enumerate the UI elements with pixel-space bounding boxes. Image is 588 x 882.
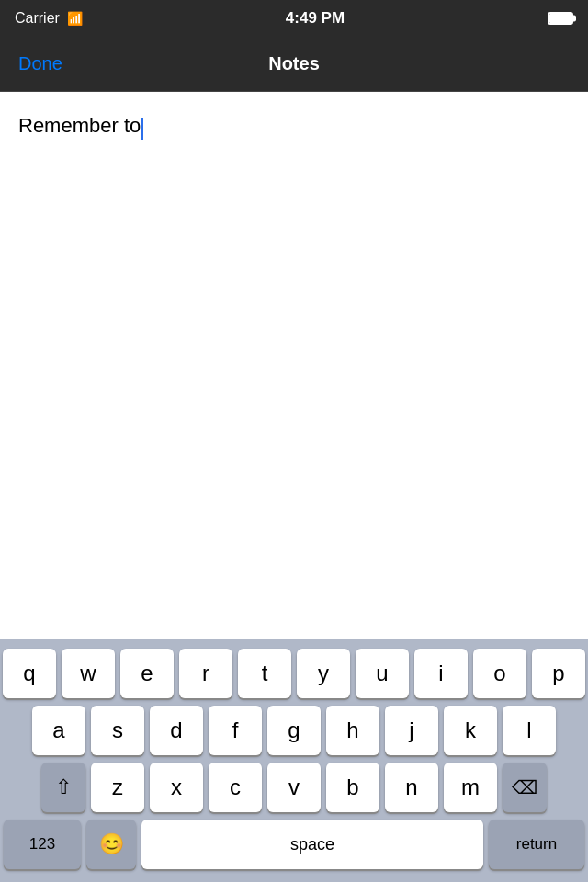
- keyboard: qwertyuiop asdfghjkl ⇧zxcvbnm⌫ 123😊space…: [0, 639, 588, 882]
- key-m[interactable]: m: [444, 763, 497, 812]
- key-t[interactable]: t: [238, 649, 291, 698]
- key-i[interactable]: i: [414, 649, 468, 698]
- backspace-key[interactable]: ⌫: [503, 763, 547, 812]
- key-w[interactable]: w: [62, 649, 115, 698]
- key-f[interactable]: f: [209, 706, 262, 755]
- keyboard-row-1: qwertyuiop: [4, 649, 584, 698]
- key-l[interactable]: l: [503, 706, 556, 755]
- key-v[interactable]: v: [267, 763, 321, 812]
- nav-bar: Done Notes: [0, 37, 588, 92]
- done-button[interactable]: Done: [18, 53, 62, 74]
- carrier-label: Carrier: [15, 10, 60, 27]
- space-key[interactable]: space: [141, 820, 483, 869]
- key-a[interactable]: a: [32, 706, 85, 755]
- battery-fill: [549, 14, 571, 23]
- key-h[interactable]: h: [326, 706, 379, 755]
- note-text: Remember to: [18, 114, 141, 137]
- key-q[interactable]: q: [3, 649, 56, 698]
- key-c[interactable]: c: [209, 763, 262, 812]
- text-cursor: [141, 118, 143, 140]
- key-g[interactable]: g: [267, 706, 321, 755]
- keyboard-row-3: ⇧zxcvbnm⌫: [4, 763, 584, 812]
- status-bar: Carrier 📶 4:49 PM: [0, 0, 588, 37]
- key-j[interactable]: j: [385, 706, 438, 755]
- backspace-icon: ⌫: [512, 776, 537, 798]
- key-z[interactable]: z: [91, 763, 144, 812]
- key-y[interactable]: y: [297, 649, 350, 698]
- key-k[interactable]: k: [444, 706, 497, 755]
- key-o[interactable]: o: [473, 649, 526, 698]
- key-r[interactable]: r: [179, 649, 232, 698]
- return-key[interactable]: return: [489, 820, 584, 869]
- status-left: Carrier 📶: [15, 10, 83, 27]
- key-p[interactable]: p: [532, 649, 585, 698]
- status-time: 4:49 PM: [286, 9, 345, 28]
- keyboard-row-4: 123😊spacereturn: [4, 820, 584, 869]
- shift-arrow-icon: ⇧: [55, 775, 72, 799]
- wifi-icon: 📶: [67, 11, 83, 26]
- nav-title: Notes: [268, 53, 320, 74]
- key-n[interactable]: n: [385, 763, 438, 812]
- notes-area[interactable]: Remember to: [0, 92, 588, 459]
- key-s[interactable]: s: [91, 706, 144, 755]
- numbers-key[interactable]: 123: [4, 820, 81, 869]
- key-u[interactable]: u: [356, 649, 409, 698]
- key-e[interactable]: e: [120, 649, 174, 698]
- key-d[interactable]: d: [150, 706, 203, 755]
- keyboard-row-2: asdfghjkl: [4, 706, 584, 755]
- emoji-key[interactable]: 😊: [86, 820, 136, 869]
- shift-key[interactable]: ⇧: [41, 763, 85, 812]
- key-x[interactable]: x: [150, 763, 203, 812]
- key-b[interactable]: b: [326, 763, 379, 812]
- battery-icon: [548, 12, 573, 25]
